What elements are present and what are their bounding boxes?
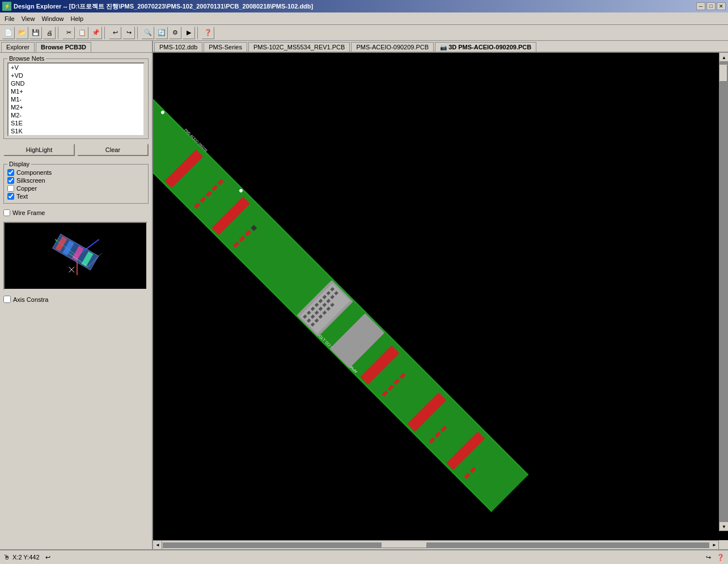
copy-button[interactable]: 📋 [76, 27, 88, 39]
tab-browse-pcb3d[interactable]: Browse PCB3D [36, 42, 91, 52]
help-button[interactable]: ❓ [202, 27, 214, 39]
scroll-right-button[interactable]: ► [710, 541, 719, 550]
redo-icon[interactable]: ↪ [706, 554, 711, 561]
separator-2 [104, 27, 107, 39]
menu-view[interactable]: View [18, 14, 39, 23]
3d-tab-icon: 📷 [440, 44, 447, 50]
axis-section: Axis Constra [3, 296, 149, 303]
display-group: Display Components Silkscreen Copper Tex… [3, 164, 149, 204]
refresh-button[interactable]: 🔄 [155, 27, 168, 39]
display-section: Display Components Silkscreen Copper Tex… [3, 162, 149, 204]
zoom-button[interactable]: 🔍 [142, 27, 154, 39]
doc-tab-pms102ddb[interactable]: PMS-102.ddb [154, 42, 202, 52]
doc-tab-pms102c[interactable]: PMS-102C_MS5534_REV1.PCB [248, 42, 350, 52]
v-scrollbar[interactable]: ▲ ▼ [719, 53, 728, 531]
coords-text: X:2 Y:442 [12, 554, 40, 561]
doc-tab-3d-pms-aceio[interactable]: 📷 3D PMS-ACEIO-090209.PCB [435, 42, 536, 53]
wireframe-checkbox[interactable] [3, 209, 10, 216]
status-undo[interactable]: ↩ [45, 554, 50, 561]
3d-preview-svg [5, 223, 146, 289]
window-controls: ─ □ ✕ [696, 2, 726, 10]
scroll-left-button[interactable]: ◄ [153, 541, 162, 550]
silkscreen-checkbox[interactable] [7, 177, 14, 184]
title-text: Design Explorer -- [D:\프로젝트 진행\PMS_20070… [14, 2, 313, 11]
copper-checkbox[interactable] [7, 185, 14, 192]
wireframe-checkbox-item: Wire Frame [3, 209, 149, 216]
highlight-button[interactable]: HighLight [3, 144, 75, 156]
wireframe-section: Wire Frame [3, 208, 149, 217]
close-button[interactable]: ✕ [717, 2, 726, 10]
net-item-2[interactable]: +VD [9, 71, 143, 79]
wireframe-label: Wire Frame [12, 209, 45, 216]
display-label: Display [7, 161, 31, 167]
new-button[interactable]: 📄 [2, 27, 15, 39]
settings-button[interactable]: ⚙ [169, 27, 181, 39]
print-button[interactable]: 🖨 [43, 27, 56, 39]
net-item-4[interactable]: M1+ [9, 87, 143, 95]
h-scroll-thumb[interactable] [382, 542, 427, 548]
silkscreen-label: Silkscreen [16, 177, 45, 184]
net-item-8[interactable]: S1E [9, 119, 143, 127]
net-item-9[interactable]: S1K [9, 127, 143, 135]
run-button[interactable]: ▶ [183, 27, 195, 39]
redo-button[interactable]: ↪ [122, 27, 135, 39]
cut-button[interactable]: ✂ [62, 27, 75, 39]
status-bar: 🖱 X:2 Y:442 ↩ ↪ ❓ [0, 549, 728, 564]
v-scroll-track[interactable] [719, 62, 728, 522]
minimize-button[interactable]: ─ [696, 2, 705, 10]
svg-rect-13 [180, 53, 701, 540]
help-icon[interactable]: ❓ [717, 554, 725, 561]
net-item-10[interactable]: S2E [9, 135, 143, 136]
menu-help[interactable]: Help [67, 14, 87, 23]
text-checkbox[interactable] [7, 193, 14, 200]
components-checkbox-item: Components [7, 169, 145, 176]
net-item-7[interactable]: M2- [9, 111, 143, 119]
net-item-3[interactable]: GND [9, 79, 143, 87]
pcb-view-svg: APM APM ENGINEERING CO.,LTD [153, 53, 728, 540]
scroll-down-button[interactable]: ▼ [719, 522, 728, 531]
v-scroll-thumb[interactable] [719, 65, 727, 82]
tab-explorer[interactable]: Explorer [1, 42, 35, 52]
cursor-icon: 🖱 [3, 553, 10, 561]
left-panel-tabs: Explorer Browse PCB3D [0, 41, 152, 53]
browse-nets-label: Browse Nets [7, 55, 46, 62]
separator-3 [137, 27, 139, 39]
main-layout: Explorer Browse PCB3D Browse Nets +V +VD… [0, 41, 728, 549]
3d-preview [3, 222, 147, 290]
components-checkbox[interactable] [7, 169, 14, 176]
undo-icon[interactable]: ↩ [45, 554, 50, 561]
menu-window[interactable]: Window [38, 14, 67, 23]
net-item-6[interactable]: M2+ [9, 103, 143, 111]
text-checkbox-item: Text [7, 193, 145, 200]
doc-tab-pms-series[interactable]: PMS-Series [204, 42, 247, 52]
clear-button[interactable]: Clear [77, 144, 149, 156]
net-item-1[interactable]: +V [9, 64, 143, 71]
browse-nets-section: Browse Nets +V +VD GND M1+ M1- M2+ M2- S… [3, 56, 149, 139]
silkscreen-checkbox-item: Silkscreen [7, 177, 145, 184]
maximize-button[interactable]: □ [706, 2, 716, 10]
canvas-area[interactable]: APM APM ENGINEERING CO.,LTD [153, 53, 728, 540]
open-button[interactable]: 📂 [16, 27, 28, 39]
h-scrollbar[interactable]: ◄ ► [153, 540, 719, 549]
right-panel: PMS-102.ddb PMS-Series PMS-102C_MS5534_R… [153, 41, 728, 549]
save-button[interactable]: 💾 [29, 27, 42, 39]
h-scroll-track[interactable] [163, 542, 709, 548]
menu-file[interactable]: File [1, 14, 18, 23]
status-redo[interactable]: ↪ [706, 554, 711, 561]
axis-constraint-checkbox[interactable] [3, 296, 11, 303]
components-label: Components [16, 169, 52, 176]
separator-4 [197, 27, 200, 39]
copper-checkbox-item: Copper [7, 185, 145, 192]
status-coords: 🖱 X:2 Y:442 [3, 553, 40, 561]
net-item-5[interactable]: M1- [9, 95, 143, 103]
undo-button[interactable]: ↩ [109, 27, 121, 39]
status-help[interactable]: ❓ [717, 554, 725, 561]
highlight-clear-row: HighLight Clear [3, 144, 149, 156]
doc-tab-pms-aceio-pcb[interactable]: PMS-ACEIO-090209.PCB [351, 42, 434, 52]
scroll-up-button[interactable]: ▲ [719, 53, 728, 62]
browse-nets-group: Browse Nets +V +VD GND M1+ M1- M2+ M2- S… [3, 58, 149, 139]
separator-1 [58, 27, 60, 39]
paste-button[interactable]: 📌 [90, 27, 102, 39]
doc-tabs: PMS-102.ddb PMS-Series PMS-102C_MS5534_R… [153, 41, 728, 53]
net-list-container[interactable]: +V +VD GND M1+ M1- M2+ M2- S1E S1K S2E S… [7, 62, 145, 136]
